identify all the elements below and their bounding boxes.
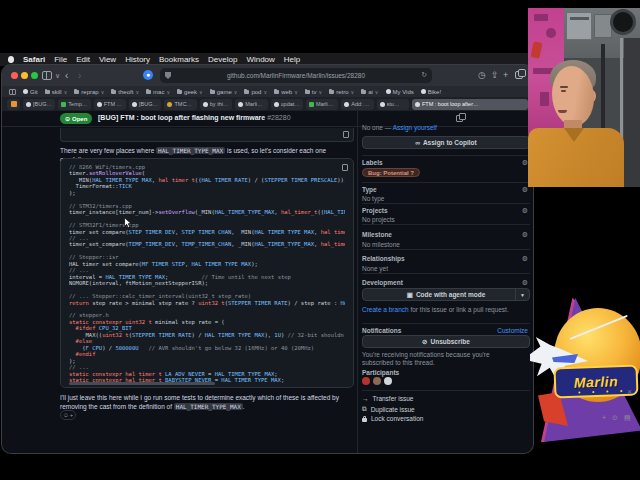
duplicate-issue-button[interactable]: ⧉Duplicate issue <box>362 405 415 413</box>
bookmark-retro[interactable]: retro∨ <box>329 89 354 95</box>
tab-temp-hot[interactable]: Temp_hot… <box>58 99 90 110</box>
duplicate-icon: ⧉ <box>362 405 367 413</box>
assign-yourself-link[interactable]: Assign yourself <box>393 124 437 131</box>
tab-tmc2208[interactable]: TMC2208 <box>164 99 196 110</box>
bookmark-game[interactable]: game∨ <box>210 89 238 95</box>
github-icon <box>203 102 208 107</box>
bookmark-bike-[interactable]: Bike! <box>421 89 441 95</box>
menu-safari[interactable]: Safari <box>23 55 45 64</box>
tab-ftm-boot-loop-after[interactable]: FTM : boot loop after… <box>412 99 528 110</box>
new-tab-icon[interactable]: + <box>503 69 508 82</box>
bookmark-tv[interactable]: tv∨ <box>305 89 322 95</box>
bookmark-geek[interactable]: geek∨ <box>177 89 203 95</box>
create-branch-link[interactable]: Create a branch <box>362 306 409 313</box>
bookmark-mac[interactable]: mac∨ <box>146 89 170 95</box>
bookmark-my-vids[interactable]: My Vids <box>386 89 414 95</box>
tab-add-migh[interactable]: Add: Migh… <box>341 99 373 110</box>
menu-bookmarks[interactable]: Bookmarks <box>159 55 199 64</box>
issue-sidebar: No one — Assign yourself ∞Assign to Copi… <box>362 111 530 453</box>
menu-history[interactable]: History <box>125 55 150 64</box>
green-icon <box>309 102 314 107</box>
window-close-button[interactable] <box>11 72 18 79</box>
github-icon <box>26 102 31 107</box>
site-favicon <box>386 89 391 94</box>
avatar[interactable] <box>384 377 392 385</box>
horizontal-scrollbar[interactable] <box>69 382 215 385</box>
label-badge[interactable]: Bug: Potential ? <box>362 168 420 177</box>
favorites-grid-icon[interactable] <box>9 89 16 95</box>
avatar[interactable] <box>373 377 381 385</box>
development-title: Development <box>362 279 403 286</box>
menu-file[interactable]: File <box>54 55 67 64</box>
sidebar-toggle-icon[interactable] <box>42 71 52 80</box>
tab-update-ru[interactable]: update ru… <box>271 99 303 110</box>
add-icon[interactable]: + <box>602 414 606 422</box>
extension-icon[interactable]: ● <box>143 70 153 80</box>
menu-view[interactable]: View <box>99 55 116 64</box>
dropdown-caret-icon[interactable]: ▼ <box>515 289 529 300</box>
tab-bug-isp[interactable]: [BUG] Isp… <box>129 99 161 110</box>
transfer-issue-button[interactable]: →Transfer issue <box>362 395 413 402</box>
bookmark-git[interactable]: Git <box>23 89 38 95</box>
unsubscribe-button[interactable]: ⊘Unsubscribe <box>362 335 530 348</box>
gear-icon[interactable]: ⚙ <box>522 231 528 238</box>
site-favicon <box>421 89 426 94</box>
lock-conversation-button[interactable]: Lock conversation <box>362 415 423 422</box>
back-button[interactable]: ‹ <box>65 69 68 82</box>
copy-code-icon[interactable] <box>343 131 349 138</box>
tab-stu[interactable]: stu… <box>377 99 409 110</box>
tab-label: Marlin… <box>316 101 335 107</box>
participants-title: Participants <box>362 369 399 376</box>
bookmark-ai[interactable]: ai∨ <box>361 89 378 95</box>
reload-icon[interactable]: ↻ <box>421 71 427 79</box>
tab-overview-icon[interactable] <box>515 71 523 79</box>
divider <box>362 224 530 225</box>
avatar[interactable] <box>362 377 370 385</box>
bookmark-web[interactable]: web∨ <box>274 89 298 95</box>
divider <box>362 155 530 156</box>
chevron-down-icon[interactable]: ∨ <box>55 71 60 80</box>
code-with-agent-button[interactable]: ▣Code with agent mode ▼ <box>362 288 530 301</box>
gear-icon[interactable]: ⚙ <box>522 255 528 262</box>
source-icon[interactable]: ⊙ <box>612 414 618 422</box>
menubar-items: SafariFileEditViewHistoryBookmarksDevelo… <box>23 55 300 64</box>
copy-code-icon[interactable] <box>342 164 348 171</box>
window-zoom-button[interactable] <box>31 72 38 79</box>
issue-title: [BUG] FTM : boot loop after flashing new… <box>98 114 291 121</box>
tab-label: [BUG] T… <box>33 101 52 107</box>
pinned-icon <box>11 101 17 107</box>
tab-marlin[interactable]: Marlin… <box>306 99 338 110</box>
menu-help[interactable]: Help <box>284 55 300 64</box>
code-block[interactable]: // 8266_WiFi/timers.cpptimer.setRollover… <box>60 158 354 388</box>
bookmark-reprap[interactable]: reprap∨ <box>74 89 104 95</box>
forward-button[interactable]: › <box>78 69 81 82</box>
tab-pinned[interactable] <box>7 99 20 110</box>
close-icon[interactable]: ✕ <box>627 388 632 395</box>
window-minimize-button[interactable] <box>21 72 28 79</box>
apple-menu-icon[interactable] <box>8 56 14 63</box>
tab-ftm-anal[interactable]: FTM Anal… <box>94 99 126 110</box>
add-reaction-button[interactable]: ☺+ <box>60 410 76 420</box>
address-bar[interactable]: github.com/MarlinFirmware/Marlin/issues/… <box>160 68 432 83</box>
menu-edit[interactable]: Edit <box>76 55 90 64</box>
gear-icon[interactable]: ⚙ <box>522 186 528 193</box>
smiley-icon: ☺ <box>63 412 69 418</box>
customize-link[interactable]: Customize <box>497 327 528 334</box>
share-icon[interactable]: ⇪ <box>491 69 499 82</box>
tab-by-thinkyh[interactable]: by thinkyh… <box>200 99 232 110</box>
gear-icon[interactable]: ⚙ <box>522 207 528 214</box>
menu-develop[interactable]: Develop <box>208 55 237 64</box>
bookmark-label: retro <box>336 89 348 95</box>
menu-window[interactable]: Window <box>246 55 274 64</box>
bookmark-theoft[interactable]: theoft∨ <box>111 89 139 95</box>
gear-icon[interactable]: ⚙ <box>522 279 528 286</box>
tab-marlinfirm[interactable]: MarlinFirm… <box>235 99 267 110</box>
tab-bug-t[interactable]: [BUG] T… <box>23 99 55 110</box>
participants-avatars <box>362 377 395 386</box>
marlin-wordmark: Marlin <box>574 373 619 391</box>
bookmark-pod[interactable]: pod∨ <box>244 89 267 95</box>
history-icon[interactable]: ◷ <box>478 69 486 82</box>
bookmark-skill[interactable]: skill∨ <box>45 89 68 95</box>
assign-to-copilot-button[interactable]: ∞Assign to Copilot <box>362 136 530 149</box>
panel-icon[interactable]: ▤ <box>624 414 631 422</box>
